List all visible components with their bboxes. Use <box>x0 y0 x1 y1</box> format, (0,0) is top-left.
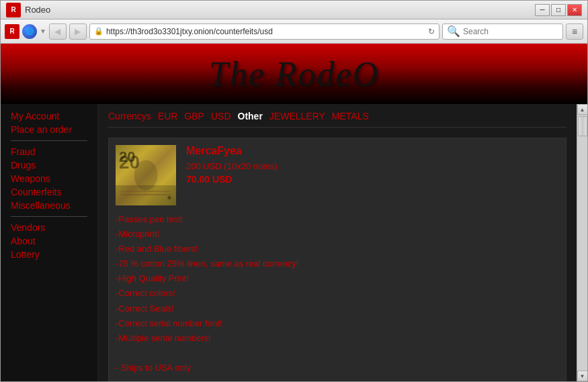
refresh-button[interactable]: ↻ <box>428 27 435 36</box>
maximize-button[interactable]: □ <box>551 4 566 16</box>
search-input[interactable] <box>463 27 564 36</box>
browser-title: Rodeo <box>25 5 50 15</box>
tab-usd[interactable]: USD <box>211 111 231 122</box>
sidebar-item-weapons[interactable]: Weapons <box>11 173 87 184</box>
page-content: The RodeO My Account Place an order Frau… <box>1 44 587 381</box>
back-button[interactable]: ◀ <box>49 23 67 40</box>
feature-3: -Red and Blue fibers! <box>116 242 559 256</box>
content-area: Currencys EUR GBP USD Other JEWELLERY ME… <box>98 104 577 381</box>
tab-jewellery[interactable]: JEWELLERY <box>269 111 325 122</box>
feature-2: -Microprint! <box>116 227 559 242</box>
search-icon: 🔍 <box>447 25 460 38</box>
title-bar: R Rodeo ─ □ ✕ <box>1 1 587 19</box>
product-info: MercaFyea 200 USD (10x20 notes) 70.00 US… <box>186 145 559 205</box>
sidebar-item-miscellaneous[interactable]: Miscellaneous <box>11 200 87 211</box>
feature-1: -Passes pen test! <box>116 212 559 227</box>
close-button[interactable]: ✕ <box>567 4 582 16</box>
product-description: 200 USD (10x20 notes) <box>186 161 559 171</box>
feature-blank <box>116 346 559 361</box>
product-card: 20 ★ MercaFyea 200 USD (10x20 n <box>108 138 566 381</box>
scrollbar-up[interactable]: ▲ <box>577 104 588 115</box>
lock-icon: 🔒 <box>94 27 103 36</box>
item-code: ITEM CODE: <box>116 381 559 381</box>
product-price: 70.00 USD <box>186 174 559 185</box>
globe-icon: 🌐 <box>22 24 37 39</box>
tab-currencys[interactable]: Currencys <box>108 111 151 122</box>
tab-other[interactable]: Other <box>238 111 263 122</box>
browser-toolbar: R 🌐 ▼ ◀ ▶ 🔒 https://th3rod3o3301jtxy.oni… <box>1 19 587 44</box>
sidebar-item-fraud[interactable]: Fraud <box>11 146 87 157</box>
banknote-image: 20 ★ <box>116 145 176 205</box>
browser-icons: R 🌐 ▼ <box>5 24 46 39</box>
sidebar-divider-1 <box>11 140 87 141</box>
feature-ships: - Ships to USA only <box>116 361 559 375</box>
sidebar-item-vendors[interactable]: Vendors <box>11 222 87 233</box>
browser-favicon: R <box>6 3 21 17</box>
content-with-scroll: Currencys EUR GBP USD Other JEWELLERY ME… <box>98 104 587 381</box>
title-bar-buttons: ─ □ ✕ <box>535 4 582 16</box>
site-header: The RodeO <box>1 44 587 104</box>
tab-gbp[interactable]: GBP <box>184 111 204 122</box>
sidebar-item-about[interactable]: About <box>11 236 87 246</box>
forward-button[interactable]: ▶ <box>69 23 87 40</box>
scrollbar[interactable]: ▲ ▼ <box>577 104 587 381</box>
scrollbar-down[interactable]: ▼ <box>577 371 588 381</box>
sidebar-item-place-order[interactable]: Place an order <box>11 124 87 135</box>
product-name: MercaFyea <box>186 145 559 157</box>
feature-4: -75 % cotton 25% linen, same as real cur… <box>116 256 559 271</box>
browser-logo-icon: R <box>5 24 19 39</box>
sidebar-item-my-account[interactable]: My Account <box>11 111 87 122</box>
main-layout: My Account Place an order Fraud Drugs We… <box>1 104 587 381</box>
site-title: The RodeO <box>209 54 379 94</box>
tab-eur[interactable]: EUR <box>158 111 178 122</box>
category-tabs: Currencys EUR GBP USD Other JEWELLERY ME… <box>108 111 566 128</box>
title-bar-left: R Rodeo <box>6 3 50 17</box>
search-bar[interactable]: 🔍 <box>442 23 563 40</box>
sidebar: My Account Place an order Fraud Drugs We… <box>1 104 98 381</box>
feature-8: -Correct serial number font! <box>116 316 559 331</box>
product-image: 20 ★ <box>116 145 176 205</box>
feature-9: -Multiple serial numbers! <box>116 331 559 346</box>
feature-5: -High Quality Print! <box>116 271 559 286</box>
scrollbar-thumb[interactable] <box>578 116 587 136</box>
url-bar[interactable]: 🔒 https://th3rod3o3301jtxy.onion/counter… <box>89 23 439 40</box>
minimize-button[interactable]: ─ <box>535 4 550 16</box>
feature-6: -Correct colors! <box>116 286 559 301</box>
sidebar-item-lottery[interactable]: Lottery <box>11 249 87 260</box>
menu-button[interactable]: ≡ <box>566 23 583 40</box>
url-text: https://th3rod3o3301jtxy.onion/counterfe… <box>106 27 425 36</box>
product-features: -Passes pen test! -Microprint! -Red and … <box>116 212 559 375</box>
sidebar-item-drugs[interactable]: Drugs <box>11 160 87 171</box>
tab-metals[interactable]: METALS <box>332 111 369 122</box>
sidebar-item-counterfeits[interactable]: Counterfeits <box>11 187 87 197</box>
product-header: 20 ★ MercaFyea 200 USD (10x20 n <box>116 145 559 205</box>
sidebar-divider-2 <box>11 216 87 217</box>
feature-7: -Correct Seals! <box>116 301 559 316</box>
